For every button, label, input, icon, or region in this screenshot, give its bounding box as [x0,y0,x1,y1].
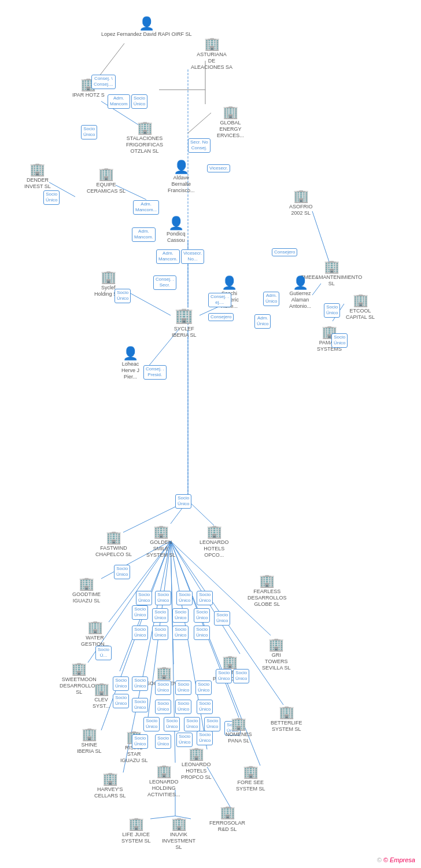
person-icon-lopez: 👤 [139,17,154,30]
badge-socio-c1[interactable]: SocioÚnico [136,590,152,606]
node-inuvik: 🏢 INUVIKINVESTMENTSL [162,818,195,850]
node-lifejuice: 🏢 LIFE JUICESYSTEM SL [121,818,151,844]
badge-socio-cl1[interactable]: SocioÚnico [113,676,129,692]
label-golden: GOLDENSMILESYSTEM SL [146,539,176,558]
badge-socio-ll7[interactable]: SocioÚnico [164,716,180,732]
building-icon-inuvik: 🏢 [171,818,187,830]
building-icon-leonardo-opco: 🏢 [206,525,222,538]
person-icon-loheac: 👤 [123,347,138,360]
badge-socio-m3[interactable]: SocioÚnico [172,608,189,623]
badge-socio-m7[interactable]: SocioÚnico [152,625,168,641]
label-dender: DENDERINVEST SL [24,177,51,190]
label-instalaciones: STALACIONESFRIGORIFICASOTZLAN SL [126,135,163,154]
badge-socio-cl4[interactable]: SocioÚnico [175,680,191,696]
building-icon-fearless: 🏢 [259,575,275,587]
badge-socio-pamate[interactable]: SocioÚnico [331,333,348,348]
badge-socio-cl2[interactable]: SocioÚnico [132,676,148,692]
badge-consej-presid[interactable]: Consej. .Presid. [143,365,167,380]
node-lopez: 👤 Lopez Fernandez David RAPI OIRF SL [101,17,192,38]
badge-consejero-asofrio[interactable]: Consejero [272,248,297,257]
label-loheac: LoheacHerve JPier... [121,361,139,380]
badge-socio-etcool[interactable]: SocioÚnico [324,303,340,318]
badge-socio-ipar[interactable]: SocioÚnico [81,124,97,140]
label-syclef-iberia: SYCLEFIBERIA SL [172,326,197,339]
building-icon-dender: 🏢 [29,163,45,176]
node-aldave: 👤 AldaveBernalteFrancisco... [168,161,195,193]
badge-socio-bot3[interactable]: SocioÚnico [176,732,193,748]
badge-socio-cl7[interactable]: SocioÚnico [233,668,249,684]
building-icon-nomenes: 🏢 [231,718,246,730]
node-leonardo-holding: 🏢 LEONARDOHOLDINGACTIVITIES... [147,765,180,797]
badge-socio-m9[interactable]: SocioÚnico [194,625,210,641]
building-icon-water: 🏢 [87,621,103,634]
badge-socio-m8[interactable]: SocioÚnico [172,625,189,641]
building-icon-leonardo-holding: 🏢 [156,765,172,778]
badge-consejero-secchi[interactable]: Consejero [208,312,234,322]
badge-socio-m2[interactable]: SocioÚnico [152,608,168,623]
label-leonardo-opco: LEONARDOHOTELSOPCO... [200,539,229,558]
label-ferrosolar: FERROSOLARR&D SL [209,820,245,833]
label-asofrio: ASOFRIO2002 SL [289,204,313,216]
node-loheac: 👤 LoheacHerve JPier... [121,347,139,380]
badge-socio-ll5[interactable]: SocioÚnico [197,699,213,715]
badge-socio-ll8[interactable]: SocioÚnico [184,716,200,732]
label-fastwind: FASTWINDCHAPELCO SL [95,545,132,558]
node-ferrosolar: 🏢 FERROSOLARR&D SL [209,806,245,833]
badge-socio-ll1[interactable]: SocioÚnico [113,693,129,709]
badge-socio-ll6[interactable]: SocioÚnico [143,716,160,732]
label-lopez: Lopez Fernandez David RAPI OIRF SL [101,31,192,38]
badge-vicesecr[interactable]: Vicesecr. [207,164,230,173]
badge-socio-ll3[interactable]: SocioÚnico [155,699,171,715]
badge-consej1[interactable]: Consej. \Consej.... [91,74,116,90]
building-icon-betterlife: 🏢 [279,706,294,719]
badge-socio-cl5[interactable]: SocioÚnico [195,680,212,696]
badge-socio-c3[interactable]: SocioÚnico [176,590,193,606]
badge-socio-cl6[interactable]: SocioÚnico [216,668,232,684]
badge-adm-mancom-equipe[interactable]: Adm.Mancom... [133,200,159,215]
svg-line-12 [312,211,330,263]
badge-adm-mancom-pondicq[interactable]: Adm.Mancom. [132,227,156,242]
building-icon-sweetmoon: 🏢 [71,663,87,675]
label-leonardo-hotels: LEONARDOHOTELSPROPCO SL [181,762,212,780]
node-asofrio: 🏢 ASOFRIO2002 SL [289,190,313,216]
badge-consej-secchi[interactable]: Consej. .ej.... [208,292,231,308]
badge-socio-bot1[interactable]: SocioÚnico [132,734,148,749]
badge-socio-bot4[interactable]: SocioÚnico [197,730,213,746]
building-icon-lifejuice: 🏢 [128,818,144,830]
node-etcool: 🏢 ETCOOLCAPITAL SL [346,294,375,321]
badge-socio-c4[interactable]: SocioÚnico [197,590,213,606]
badge-socio-syclef-holding[interactable]: SocioÚnico [115,288,131,304]
label-asturiana: ASTURIANADEALEACIONES SA [191,52,232,70]
building-icon-equipe: 🏢 [98,168,114,181]
badge-group-pondicq2: Adm.Mancom. Vicesecr.No... [156,249,204,264]
badge-secr-no[interactable]: Secr. NoConsej. [188,138,211,153]
building-icon-shine: 🏢 [82,728,97,741]
label-equipe: EQUIPECERAMICAS SL [87,182,125,194]
badge-socio-m6[interactable]: SocioÚnico [132,625,148,641]
badge-socio-m4[interactable]: SocioÚnico [194,608,210,623]
label-ipar: IPAR HOTZ S [72,92,105,98]
badge-socio-water[interactable]: SocioÚ... [95,645,112,661]
badge-socio-cl3[interactable]: SocioÚnico [155,680,171,696]
node-fastwind: 🏢 FASTWINDCHAPELCO SL [95,531,132,558]
badge-socio-m5[interactable]: SocioÚnico [214,610,230,626]
badge-socio-ll9[interactable]: SocioÚnico [204,716,220,732]
node-betterlife: 🏢 BETTERLIFESYSTEM SL [271,706,302,733]
badge-adm-unico-gutierrez[interactable]: Adm.Único [263,291,279,307]
badge-socio-dender[interactable]: SocioÚnico [43,190,60,205]
badge-socio-bot2[interactable]: SocioÚnico [155,734,171,749]
node-equipe: 🏢 EQUIPECERAMICAS SL [87,168,125,194]
node-clev: 🏢 CLEVSYST... [93,683,110,709]
label-etcool: ETCOOLCAPITAL SL [346,308,375,321]
badge-socio-ll2[interactable]: SocioÚnico [132,697,148,713]
label-betterlife: BETTERLIFESYSTEM SL [271,720,302,733]
building-icon-etcool: 🏢 [353,294,368,307]
badge-adm-unico-gutierrez2[interactable]: Adm.Único [254,314,271,329]
badge-socio-ll4[interactable]: SocioÚnico [175,699,191,715]
label-global: GLOBALENERGYERVICES... [217,120,244,138]
building-icon-asofrio: 🏢 [293,190,309,203]
badge-socio-main[interactable]: SocioÚnico [175,494,191,509]
badge-socio-m1[interactable]: SocioÚnico [132,605,148,620]
badge-socio-c2[interactable]: SocioÚnico [155,590,171,606]
badge-socio-fastwind[interactable]: SocioÚnico [114,564,130,580]
